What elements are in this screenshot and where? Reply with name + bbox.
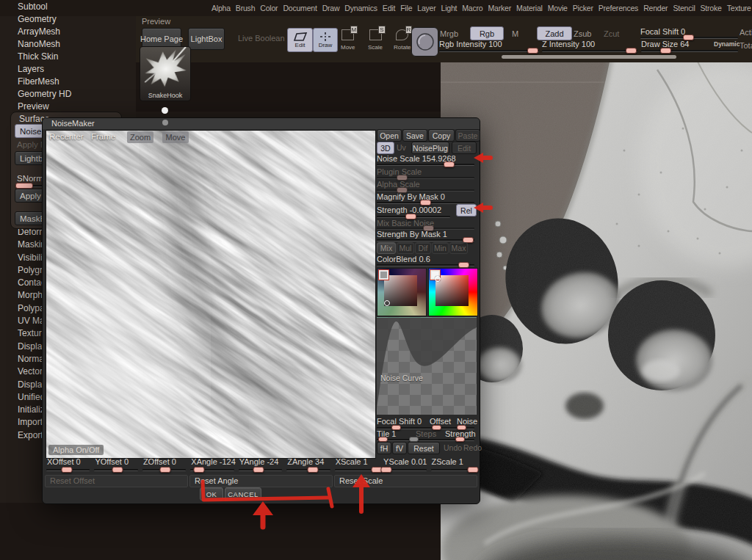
live-boolean-label[interactable]: Live Boolean [238,34,285,43]
sidebar-item-geometry[interactable]: Geometry [0,13,136,26]
flip-horizontal-button[interactable]: fH [377,442,391,454]
strength-by-mask-slider[interactable] [377,239,474,241]
menu-item[interactable]: Edit [383,4,395,12]
menu-item[interactable]: Document [283,4,317,12]
blend-mode-mix[interactable]: Mix [377,242,396,254]
redo-button[interactable]: Redo [463,443,482,452]
menu-item[interactable]: Marker [488,4,511,12]
zscale-slider[interactable]: ZScale 1 [430,457,477,473]
yangle-slider-handle[interactable] [253,467,264,473]
z-intensity-slider[interactable] [542,50,637,52]
viewport-canvas[interactable] [441,62,752,560]
menu-item[interactable]: Render [643,4,668,12]
rel-button[interactable]: Rel [456,204,477,217]
sidebar-item-layers[interactable]: Layers [0,63,136,76]
curve-strength-slider-handle[interactable] [455,437,465,442]
zcut-toggle[interactable]: Zcut [604,29,619,38]
mode-uv-button[interactable]: Uv [397,143,406,152]
alpha-onoff-toggle[interactable]: Alpha On/Off [48,445,104,455]
dynamic-toggle[interactable]: Dynamic [714,40,740,48]
ok-button[interactable]: OK [200,487,223,501]
menu-item[interactable]: Material [516,4,543,12]
mrgb-toggle[interactable]: Mrgb [440,29,458,38]
curve-reset-button[interactable]: Reset [408,442,440,454]
tab-zoom[interactable]: Zoom [127,131,153,143]
magnify-by-mask-slider-handle[interactable] [420,200,431,206]
noise-preview[interactable]: Recenter Frame Zoom Move Alpha On/Off [46,130,376,459]
brush-thumbnail[interactable]: SnakeHook [140,46,191,101]
menu-item[interactable]: Layer [417,4,435,12]
mode-edit-button[interactable]: Edit [452,142,477,154]
plugin-scale-slider[interactable] [377,177,474,179]
mode-3d-button[interactable]: 3D [377,142,394,154]
draw-mode-button[interactable]: Draw [313,28,338,52]
noise-scale-slider-handle[interactable] [444,161,455,167]
reset-offset-button[interactable]: Reset Offset [45,475,188,487]
menu-item[interactable]: Stroke [701,4,722,12]
sidebar-item-nanomesh[interactable]: NanoMesh [0,38,136,51]
move-mode-button[interactable]: M Move [341,29,355,51]
blend-mode-max[interactable]: Max [449,242,468,254]
zoffset-slider[interactable]: ZOffset 0 [141,457,189,473]
sidebar-item-fibermesh[interactable]: FiberMesh [0,76,136,88]
blend-mode-min[interactable]: Min [432,242,449,254]
reset-angle-button[interactable]: Reset Angle [189,475,333,487]
menu-item[interactable]: Dynamics [344,4,377,12]
cancel-button[interactable]: CANCEL [225,487,261,501]
tab-recenter[interactable]: Recenter [49,132,84,141]
dialog-titlebar[interactable]: NoiseMaker [43,118,480,129]
zsub-toggle[interactable]: Zsub [574,29,591,38]
blend-mode-dif[interactable]: Dif [415,242,431,254]
sidebar-item-subtool[interactable]: Subtool [0,1,136,13]
steps-slider-handle[interactable] [409,437,419,442]
zadd-toggle[interactable]: Zadd [537,26,572,40]
yangle-slider[interactable]: YAngle -24 [237,457,285,473]
menu-item[interactable]: Picker [573,4,593,12]
rgb-intensity-slider[interactable] [439,50,539,52]
menu-item[interactable]: Macro [462,4,482,12]
edit-mode-button[interactable]: Edit [287,28,313,52]
menu-item[interactable]: Alpha [212,4,231,12]
z-intensity-slider-handle[interactable] [626,48,637,54]
xscale-slider[interactable]: XScale 1 [333,457,381,473]
sidebar-item-geometryhd[interactable]: Geometry HD [0,88,136,101]
zangle-slider[interactable]: ZAngle 34 [285,457,333,473]
noise-curve-panel[interactable]: Noise Curve [377,317,477,415]
brush-dot-indicator[interactable] [162,107,168,114]
alpha-scale-slider[interactable] [377,189,474,192]
menu-item[interactable]: Brush [236,4,255,12]
draw-size-slider[interactable] [641,50,738,52]
menu-item[interactable]: Stencil [673,4,695,12]
material-sphere-icon[interactable] [411,27,438,57]
lightbox-button[interactable]: LightBox [188,28,225,50]
tab-move[interactable]: Move [162,131,189,143]
rgb-intensity-slider-handle[interactable] [527,48,538,54]
xangle-slider[interactable]: XAngle -124 [189,457,236,473]
xoffset-slider-handle[interactable] [62,467,73,473]
paste-button[interactable]: Paste [455,129,480,142]
yscale-slider[interactable]: YScale 0.01 [381,457,429,473]
zscale-slider-handle[interactable] [468,467,479,473]
zangle-slider-handle[interactable] [308,467,319,473]
menu-item[interactable]: Movie [548,4,568,12]
brush-dot-indicator[interactable] [162,120,168,126]
menu-item[interactable]: File [400,4,412,12]
noise-color-picker-2[interactable] [428,268,478,316]
mode-noiseplug-button[interactable]: NoisePlug [411,142,449,154]
menu-item[interactable]: Texture [727,4,751,12]
noise-scale-slider[interactable] [377,164,474,166]
reset-scale-button[interactable]: Reset Scale [334,475,477,487]
scale-mode-button[interactable]: S Scale [368,29,383,51]
menu-item[interactable]: Color [260,4,278,12]
m-toggle[interactable]: M [512,29,518,38]
draw-size-slider-handle[interactable] [660,48,671,54]
menu-item[interactable]: Draw [322,4,340,12]
xoffset-slider[interactable]: XOffset 0 [45,457,93,473]
flip-vertical-button[interactable]: fV [392,442,407,454]
copy-button[interactable]: Copy [428,129,455,142]
colorblend-slider-handle[interactable] [458,262,469,268]
tile-slider-handle[interactable] [378,437,388,442]
open-button[interactable]: Open [377,129,402,142]
zoffset-slider-handle[interactable] [160,467,171,473]
blend-mode-mul[interactable]: Mul [397,242,414,254]
